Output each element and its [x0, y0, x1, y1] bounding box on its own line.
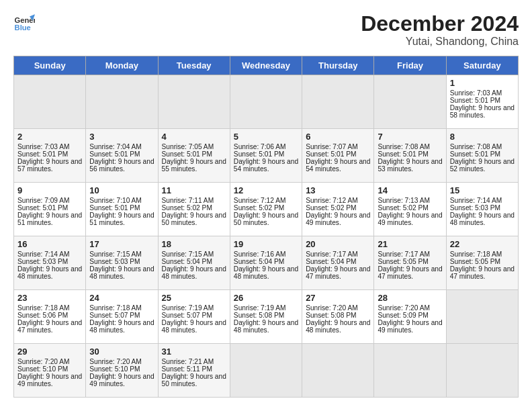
calendar-cell: 24 Sunrise: 7:18 AM Sunset: 5:07 PM Dayl…	[86, 290, 158, 344]
sunrise: Sunrise: 7:05 AM	[162, 143, 214, 150]
calendar-week-row: 2 Sunrise: 7:03 AM Sunset: 5:01 PM Dayli…	[14, 129, 519, 183]
calendar-cell	[14, 75, 86, 129]
daylight: Daylight: 9 hours and 49 minutes.	[17, 373, 82, 387]
calendar-cell	[86, 75, 158, 129]
sunset: Sunset: 5:09 PM	[378, 312, 428, 319]
sunrise: Sunrise: 7:20 AM	[378, 304, 430, 312]
calendar-cell: 2 Sunrise: 7:03 AM Sunset: 5:01 PM Dayli…	[14, 129, 86, 183]
sunrise: Sunrise: 7:18 AM	[450, 250, 502, 258]
sunrise: Sunrise: 7:13 AM	[378, 197, 430, 204]
calendar-cell	[230, 75, 302, 129]
sunset: Sunset: 5:02 PM	[234, 204, 284, 212]
daylight: Daylight: 9 hours and 49 minutes.	[306, 212, 370, 226]
sunrise: Sunrise: 7:12 AM	[234, 197, 286, 204]
daylight: Daylight: 9 hours and 48 minutes.	[234, 319, 298, 334]
calendar-cell	[374, 344, 446, 398]
day-number: 31	[162, 347, 226, 357]
calendar-cell: 21 Sunrise: 7:17 AM Sunset: 5:05 PM Dayl…	[374, 236, 446, 290]
day-number: 12	[234, 185, 298, 195]
day-number: 10	[89, 185, 154, 195]
daylight: Daylight: 9 hours and 52 minutes.	[450, 158, 515, 173]
col-wednesday: Wednesday	[230, 56, 302, 75]
calendar-cell: 18 Sunrise: 7:15 AM Sunset: 5:04 PM Dayl…	[158, 236, 230, 290]
calendar-cell: 17 Sunrise: 7:15 AM Sunset: 5:03 PM Dayl…	[86, 236, 158, 290]
col-thursday: Thursday	[302, 56, 374, 75]
calendar-cell: 14 Sunrise: 7:13 AM Sunset: 5:02 PM Dayl…	[374, 183, 446, 236]
calendar-subtitle: Yutai, Shandong, China	[361, 36, 519, 48]
day-number: 24	[89, 293, 154, 303]
daylight: Daylight: 9 hours and 51 minutes.	[89, 212, 154, 226]
day-number: 18	[162, 239, 226, 249]
calendar-cell	[374, 75, 446, 129]
daylight: Daylight: 9 hours and 48 minutes.	[162, 265, 226, 280]
sunset: Sunset: 5:01 PM	[17, 150, 68, 158]
day-number: 4	[162, 132, 226, 142]
sunrise: Sunrise: 7:08 AM	[450, 143, 502, 150]
calendar-body: 1 Sunrise: 7:03 AM Sunset: 5:01 PM Dayli…	[14, 75, 519, 398]
sunset: Sunset: 5:01 PM	[378, 150, 428, 158]
daylight: Daylight: 9 hours and 48 minutes.	[89, 319, 154, 334]
sunset: Sunset: 5:04 PM	[162, 258, 212, 265]
day-number: 28	[378, 293, 442, 303]
calendar-cell: 7 Sunrise: 7:08 AM Sunset: 5:01 PM Dayli…	[374, 129, 446, 183]
calendar-cell	[446, 344, 518, 398]
sunset: Sunset: 5:02 PM	[306, 204, 356, 212]
day-number: 6	[306, 132, 370, 142]
logo-icon: General Blue	[13, 12, 35, 34]
calendar-cell: 9 Sunrise: 7:09 AM Sunset: 5:01 PM Dayli…	[14, 183, 86, 236]
sunset: Sunset: 5:02 PM	[378, 204, 428, 212]
sunrise: Sunrise: 7:20 AM	[89, 358, 142, 365]
sunrise: Sunrise: 7:17 AM	[306, 250, 358, 258]
sunset: Sunset: 5:04 PM	[234, 258, 284, 265]
sunrise: Sunrise: 7:18 AM	[17, 304, 70, 312]
sunset: Sunset: 5:02 PM	[162, 204, 212, 212]
calendar-cell	[230, 344, 302, 398]
calendar-cell: 10 Sunrise: 7:10 AM Sunset: 5:01 PM Dayl…	[86, 183, 158, 236]
day-number: 13	[306, 185, 370, 195]
calendar-table: Sunday Monday Tuesday Wednesday Thursday…	[13, 56, 519, 398]
calendar-page: General Blue December 2024 Yutai, Shando…	[0, 0, 532, 411]
daylight: Daylight: 9 hours and 56 minutes.	[89, 158, 154, 173]
calendar-cell: 30 Sunrise: 7:20 AM Sunset: 5:10 PM Dayl…	[86, 344, 158, 398]
col-saturday: Saturday	[446, 56, 518, 75]
sunrise: Sunrise: 7:09 AM	[17, 197, 70, 204]
sunset: Sunset: 5:06 PM	[17, 312, 68, 319]
daylight: Daylight: 9 hours and 48 minutes.	[17, 265, 82, 280]
day-number: 19	[234, 239, 298, 249]
calendar-cell: 4 Sunrise: 7:05 AM Sunset: 5:01 PM Dayli…	[158, 129, 230, 183]
sunrise: Sunrise: 7:14 AM	[17, 250, 70, 258]
sunset: Sunset: 5:08 PM	[234, 312, 284, 319]
day-number: 26	[234, 293, 298, 303]
daylight: Daylight: 9 hours and 51 minutes.	[17, 212, 82, 226]
day-number: 5	[234, 132, 298, 142]
calendar-cell: 8 Sunrise: 7:08 AM Sunset: 5:01 PM Dayli…	[446, 129, 518, 183]
sunset: Sunset: 5:01 PM	[89, 204, 140, 212]
sunrise: Sunrise: 7:20 AM	[306, 304, 358, 312]
sunset: Sunset: 5:08 PM	[306, 312, 356, 319]
sunrise: Sunrise: 7:03 AM	[17, 143, 70, 150]
calendar-cell	[158, 75, 230, 129]
daylight: Daylight: 9 hours and 47 minutes.	[378, 265, 442, 280]
calendar-cell: 13 Sunrise: 7:12 AM Sunset: 5:02 PM Dayl…	[302, 183, 374, 236]
day-number: 14	[378, 185, 442, 195]
calendar-title: December 2024	[361, 12, 519, 36]
sunrise: Sunrise: 7:15 AM	[89, 250, 142, 258]
sunrise: Sunrise: 7:21 AM	[162, 358, 214, 365]
sunrise: Sunrise: 7:16 AM	[234, 250, 286, 258]
sunset: Sunset: 5:01 PM	[450, 97, 500, 104]
sunset: Sunset: 5:01 PM	[162, 150, 212, 158]
sunset: Sunset: 5:04 PM	[306, 258, 356, 265]
header-row: Sunday Monday Tuesday Wednesday Thursday…	[14, 56, 519, 75]
calendar-cell: 15 Sunrise: 7:14 AM Sunset: 5:03 PM Dayl…	[446, 183, 518, 236]
day-number: 9	[17, 185, 82, 195]
logo: General Blue	[13, 12, 35, 34]
daylight: Daylight: 9 hours and 50 minutes.	[162, 373, 226, 387]
col-tuesday: Tuesday	[158, 56, 230, 75]
sunrise: Sunrise: 7:06 AM	[234, 143, 286, 150]
sunrise: Sunrise: 7:14 AM	[450, 197, 502, 204]
calendar-cell: 5 Sunrise: 7:06 AM Sunset: 5:01 PM Dayli…	[230, 129, 302, 183]
daylight: Daylight: 9 hours and 50 minutes.	[234, 212, 298, 226]
col-sunday: Sunday	[14, 56, 86, 75]
day-number: 30	[89, 347, 154, 357]
day-number: 3	[89, 132, 154, 142]
